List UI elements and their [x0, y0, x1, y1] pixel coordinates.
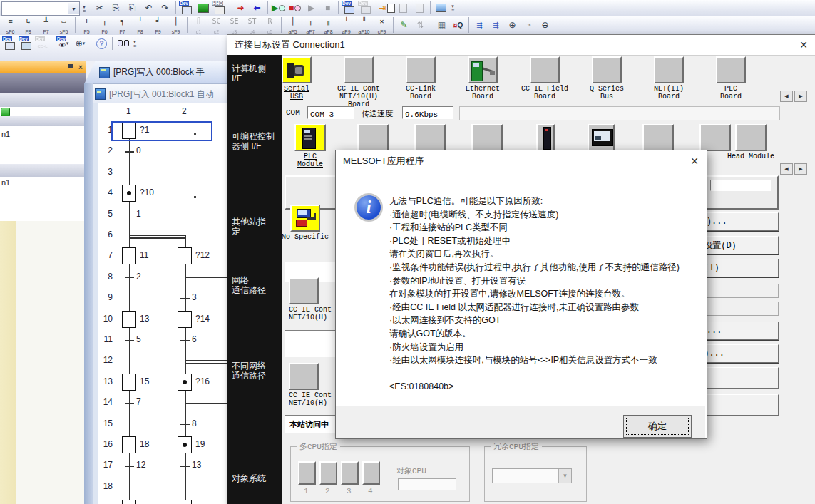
sfc-editor-canvas[interactable]: 12123456789101112131415161718?1?1011?121… [98, 103, 235, 504]
plcif-item-0[interactable]: PLC Module [280, 124, 341, 168]
editor-window-001-titlebar[interactable]: [PRG]写入 001:Block1 自动 [91, 83, 237, 105]
cpu-slot-2[interactable] [319, 461, 337, 485]
close-panel-icon[interactable]: × [76, 63, 86, 72]
nav-panel-header[interactable]: × [0, 61, 86, 74]
doc-icon-2[interactable] [411, 1, 428, 15]
device-register-icon[interactable]: Dev [357, 1, 374, 15]
plcif-item-6[interactable] [627, 124, 689, 151]
sfc-tool-aF5-icon[interactable]: │aF5 [284, 16, 302, 35]
network-route-icon[interactable] [289, 277, 319, 304]
sfc-transition[interactable] [125, 340, 134, 341]
pin-icon[interactable] [66, 63, 76, 72]
scroll-right-icon[interactable]: ▶ [794, 163, 807, 175]
toolbar-overflow-icon[interactable]: ▾≡ [131, 36, 138, 51]
cpu-slot-3[interactable] [341, 461, 359, 485]
sfc-step[interactable] [178, 436, 192, 453]
sfc-tool-c4-icon[interactable]: STc4 [243, 16, 261, 35]
toolbar-overflow-icon[interactable]: ▾≡ [81, 1, 88, 16]
sfc-transition[interactable] [125, 215, 134, 216]
station-detail-field[interactable] [710, 180, 771, 191]
sfc-tool-F8-icon[interactable]: ┘F8 [131, 16, 149, 35]
collapsed-window-bar[interactable] [0, 164, 86, 178]
sfc-transition[interactable] [125, 403, 134, 404]
sfc-tool-aF7-icon[interactable]: ┐aF7 [302, 16, 319, 35]
device-board-icon[interactable] [344, 56, 374, 83]
sfc-transition[interactable] [180, 298, 190, 299]
plcif-item-1[interactable] [342, 124, 404, 151]
cross-reference-icon[interactable]: HHO [211, 1, 227, 15]
chevron-down-icon[interactable]: ▼ [558, 469, 571, 483]
chevron-down-icon[interactable]: ▼ [68, 3, 79, 14]
pcif-item-5[interactable]: Q Series Bus [576, 56, 637, 101]
undo-icon[interactable]: ↶ [140, 1, 157, 15]
scroll-left-icon[interactable]: ◀ [780, 163, 793, 175]
plc-module-icon[interactable] [294, 124, 326, 151]
monitor-stop-icon[interactable]: ■ [287, 1, 303, 15]
redundant-cpu-select[interactable]: ▼ [492, 468, 572, 483]
sfc-tool-aF10-icon[interactable]: ╜aF10 [355, 16, 373, 35]
sfc-step[interactable] [122, 374, 136, 391]
sfc-transition[interactable] [125, 466, 134, 467]
plcif-item-2[interactable] [399, 124, 461, 151]
connection-dialog-titlebar[interactable]: 连接目标设置 Connection1 ✕ [227, 35, 815, 56]
sfc-tool-sF9-icon[interactable]: │sF9 [167, 16, 185, 35]
sfc-tool-F5-icon[interactable]: +F5 [78, 16, 96, 35]
plcif-item-3[interactable] [456, 124, 518, 151]
error-dialog-titlebar[interactable]: MELSOFT应用程序 ✕ [336, 150, 707, 172]
sfc-step-partial[interactable] [122, 500, 136, 504]
redo-icon[interactable]: ↷ [157, 1, 173, 15]
target-cpu-field[interactable] [398, 478, 456, 490]
device-memory-icon[interactable]: Dev [18, 36, 34, 51]
sfc-tool-F7-icon[interactable]: ╕F7 [113, 16, 131, 35]
plc-device-icon[interactable] [471, 124, 503, 151]
pcif-item-3[interactable]: Ethernet Board [452, 56, 513, 101]
find-icon[interactable] [115, 36, 131, 51]
sfc-tool-aF9-icon[interactable]: ┘aF9 [337, 16, 355, 35]
monitor-read-icon[interactable]: ■ [319, 1, 336, 15]
sfc-tool-sF6-icon[interactable]: ≡sF6 [1, 16, 19, 35]
monitor-start-icon[interactable] [195, 1, 211, 15]
plc-device-icon[interactable] [735, 124, 767, 151]
monitor-mode-icon[interactable]: ▶ [270, 1, 287, 15]
sfc-tool-c1-icon[interactable]: ⌷c1 [190, 16, 207, 35]
other-station-item[interactable]: No Specific [275, 205, 336, 241]
device-ccl-icon[interactable]: DevCC-L [34, 36, 51, 51]
device-find-detail-icon[interactable]: ¤Q [450, 16, 466, 34]
plc-device-icon[interactable] [357, 124, 389, 151]
sfc-step[interactable] [122, 436, 136, 453]
pcif-item-1[interactable]: CC IE Cont NET/10(H) Board [328, 56, 389, 108]
network-route-item[interactable]: CC IE Cont NET/10(H) [289, 277, 332, 322]
collapsed-window-bar[interactable] [0, 73, 86, 93]
device-board-icon[interactable] [592, 56, 622, 83]
cpu-slot-1[interactable] [298, 461, 316, 485]
copy-icon[interactable]: ⎘ [108, 1, 124, 15]
sfc-tool-c5-icon[interactable]: Rc5 [261, 16, 279, 35]
plc-device-icon[interactable] [414, 124, 446, 151]
different-network-route-icon[interactable] [289, 363, 319, 390]
toolbar-overflow-icon[interactable]: ▾≡ [449, 1, 456, 15]
program-check-icon[interactable]: ◔ [521, 16, 537, 34]
sfc-step[interactable] [122, 247, 136, 264]
jump-icon[interactable]: ⇥ [379, 1, 395, 15]
device-board-icon[interactable] [468, 56, 498, 83]
sort-icon[interactable]: ⇅ [412, 16, 429, 34]
cut-icon[interactable]: ✂ [91, 1, 108, 15]
device-board-icon[interactable] [406, 56, 436, 83]
doc-icon-1[interactable] [395, 1, 411, 15]
device-board-icon[interactable] [654, 56, 684, 83]
sfc-tool-cF9-icon[interactable]: ✕cF9 [373, 16, 391, 35]
cpu-slot-4[interactable] [362, 461, 380, 485]
read-from-plc-icon[interactable]: ⬅ [249, 1, 265, 15]
plcif-item-8[interactable]: Head Module [720, 124, 781, 160]
pcif-item-0[interactable]: Serial USB [266, 56, 327, 101]
pcif-item-6[interactable]: NET(II) Board [638, 56, 699, 101]
serial-usb-icon[interactable] [282, 56, 312, 83]
pcif-item-4[interactable]: CC IE Field Board [514, 56, 575, 101]
device-search-icon[interactable]: ⊕▾ [72, 36, 88, 51]
sfc-tool-F6-icon[interactable]: ┐F6 [96, 16, 113, 35]
pcif-item-2[interactable]: CC-Link Board [390, 56, 451, 101]
scroll-right-icon[interactable]: ▶ [794, 91, 807, 102]
different-network-route-item[interactable]: CC IE Cont NET/10(H) [289, 363, 332, 407]
no-specific-icon[interactable] [290, 205, 320, 232]
sfc-tool-c2-icon[interactable]: SCc2 [207, 16, 225, 35]
